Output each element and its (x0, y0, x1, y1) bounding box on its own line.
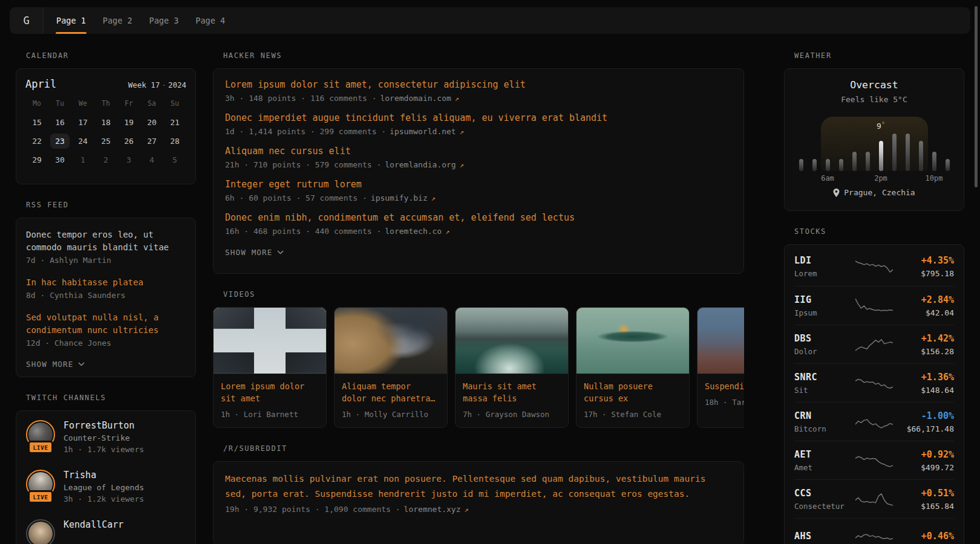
rss-item-title[interactable]: Donec tempor eros leo, ut commodo mauris… (26, 228, 186, 254)
middle-column: HACKER NEWS Lorem ipsum dolor sit amet, … (213, 45, 744, 544)
hackernews-item-domain[interactable]: ipsumify.biz (371, 193, 428, 202)
video-title[interactable]: Aliquam tempor dolor nec pharetra… (342, 380, 440, 404)
rss-item-title[interactable]: Sed volutpat nulla nisl, a condimentum n… (26, 311, 186, 337)
channel-name[interactable]: KendallCarr (64, 519, 123, 530)
hackernews-item-domain[interactable]: loremtech.co (385, 227, 442, 236)
stock-row[interactable]: CRN Bitcorn -1.00% $66,171.48 (794, 402, 954, 441)
external-link-icon: ↗ (455, 94, 459, 103)
live-badge: LIVE (28, 490, 53, 504)
channel-name[interactable]: Trisha (64, 470, 144, 481)
stock-ticker: IIG (794, 294, 855, 305)
tab-page-2[interactable]: Page 2 (94, 7, 141, 34)
reddit-post-domain[interactable]: loremnet.xyz (404, 505, 461, 514)
hackernews-show-more-button[interactable]: SHOW MORE (225, 248, 732, 257)
video-list: Lorem ipsum dolor sit amet consectetu… 1… (213, 307, 744, 428)
twitch-avatar[interactable]: LIVE (26, 420, 55, 449)
weather-feels-like: Feels like 5°C (785, 95, 964, 104)
calendar-day-number: 3 (122, 152, 136, 167)
stock-price: $42.04 (893, 308, 954, 317)
reddit-section: /R/SUBREDDIT Maecenas mollis pulvinar er… (213, 444, 744, 544)
stock-row[interactable]: DBS Dolor +1.42% $156.28 (794, 325, 954, 363)
video-thumbnail[interactable] (697, 308, 744, 374)
hackernews-item-title[interactable]: Donec enim nibh, condimentum et accumsan… (225, 212, 732, 224)
twitch-channel[interactable]: LIVE Trisha League of Legends 3h · 1.2k … (26, 470, 186, 504)
calendar-day: 27 (140, 132, 163, 151)
video-card[interactable]: Mauris sit amet massa felis 7h · Grayson… (455, 307, 569, 428)
tab-label: Page 4 (195, 16, 225, 25)
stock-row[interactable]: IIG Ipsum +2.84% $42.04 (794, 286, 954, 325)
hackernews-item-meta: 6h · 60 points · 57 comments · ipsumify.… (225, 193, 732, 202)
video-title[interactable]: Suspendisse diam (705, 380, 744, 392)
channel-name[interactable]: ForrestBurton (64, 420, 144, 431)
hackernews-item-domain[interactable]: loremdomain.com (380, 94, 451, 103)
scrollbar-thumb[interactable] (975, 6, 978, 187)
external-link-icon: ↗ (460, 161, 464, 169)
video-meta: 17h · Stefan Cole (584, 410, 682, 419)
weather-bar (826, 159, 830, 171)
rss-item: Donec tempor eros leo, ut commodo mauris… (26, 228, 186, 265)
hackernews-item-meta: 16h · 468 points · 440 comments · loremt… (225, 227, 732, 236)
video-title[interactable]: Nullam posuere cursus ex (584, 380, 682, 404)
tab-page-3[interactable]: Page 3 (141, 7, 188, 34)
rss-item-title[interactable]: In hac habitasse platea (26, 276, 186, 289)
twitch-avatar[interactable]: LIVE (26, 470, 55, 499)
video-meta: 18h · Tara (705, 398, 744, 407)
hackernews-item-stats: 16h · 468 points · 440 comments · (225, 227, 381, 236)
hackernews-item: Aliquam nec cursus elit 21h · 710 points… (225, 145, 732, 169)
video-thumbnail[interactable] (456, 308, 568, 374)
stock-row[interactable]: LDI Lorem +4.35% $795.18 (794, 247, 954, 286)
stock-row[interactable]: AHS +0.46% (794, 518, 954, 544)
twitch-channel[interactable]: LIVE ForrestBurton Counter-Strike 1h · 1… (26, 420, 186, 454)
hackernews-item-domain[interactable]: loremlandia.org (385, 160, 456, 169)
calendar-day-number: 25 (96, 134, 116, 149)
reddit-post-title[interactable]: Maecenas mollis pulvinar erat non posuer… (225, 471, 732, 502)
stock-row[interactable]: SNRC Sit +1.36% $148.64 (794, 363, 954, 402)
hackernews-item-meta: 3h · 148 points · 116 comments · loremdo… (225, 94, 732, 103)
video-card[interactable]: Lorem ipsum dolor sit amet consectetu… 1… (213, 307, 327, 428)
hackernews-item-domain[interactable]: ipsumworld.net (390, 127, 456, 136)
hackernews-item-title[interactable]: Lorem ipsum dolor sit amet, consectetur … (225, 79, 732, 91)
stock-name: Dolor (794, 347, 855, 356)
hackernews-item-title[interactable]: Integer eget rutrum lorem (225, 178, 732, 190)
calendar-day-number: 19 (119, 115, 139, 130)
twitch-channel[interactable]: LIVE KendallCarr (26, 519, 186, 544)
video-card[interactable]: Aliquam tempor dolor nec pharetra… 1h · … (334, 307, 448, 428)
video-title[interactable]: Lorem ipsum dolor sit amet consectetu… (221, 380, 319, 404)
tab-label: Page 2 (103, 16, 132, 25)
hackernews-item-stats: 21h · 710 points · 579 comments · (225, 160, 381, 169)
hackernews-item: Integer eget rutrum lorem 6h · 60 points… (225, 178, 732, 202)
tab-page-1[interactable]: Page 1 (48, 7, 94, 34)
calendar-day-number: 29 (27, 152, 47, 167)
rss-show-more-button[interactable]: SHOW MORE (26, 360, 186, 369)
page-tabs: Page 1 Page 2 Page 3 Page 4 (44, 7, 234, 34)
tab-page-4[interactable]: Page 4 (187, 7, 234, 34)
calendar-weekday-label: Fr (117, 97, 140, 113)
stock-row[interactable]: CCS Consectetur +0.51% $165.84 (794, 479, 954, 518)
video-title[interactable]: Mauris sit amet massa felis (463, 380, 561, 404)
app-logo[interactable]: G (10, 7, 44, 34)
active-tab-underline (56, 32, 87, 34)
video-thumbnail[interactable] (214, 308, 326, 374)
calendar-weekday-label: We (71, 97, 94, 113)
video-meta: 1h · Lori Barnett (221, 410, 319, 419)
live-badge: LIVE (28, 441, 53, 454)
hackernews-item-title[interactable]: Donec imperdiet augue tincidunt felis al… (225, 112, 732, 124)
right-column: WEATHER Overcast Feels like 5°C 9° 6am2p… (784, 45, 964, 544)
calendar-day-number: 2 (99, 152, 113, 167)
hackernews-item-title[interactable]: Aliquam nec cursus elit (225, 145, 732, 157)
hackernews-item: Donec imperdiet augue tincidunt felis al… (225, 112, 732, 136)
video-thumbnail[interactable] (335, 308, 447, 374)
stock-row[interactable]: AET Amet +0.92% $499.72 (794, 441, 954, 479)
calendar-day: 5 (163, 151, 186, 169)
weather-bar-current (879, 141, 883, 171)
video-card[interactable]: Nullam posuere cursus ex 17h · Stefan Co… (576, 307, 690, 428)
video-thumbnail[interactable] (577, 308, 689, 374)
reddit-widget: Maecenas mollis pulvinar erat non posuer… (213, 461, 744, 544)
video-card-body: Mauris sit amet massa felis 7h · Grayson… (456, 374, 568, 427)
time-axis-label: 6am (821, 174, 834, 183)
calendar-weekday-label: Sa (140, 97, 163, 113)
calendar-day-number: 24 (73, 134, 93, 149)
twitch-avatar[interactable]: LIVE (26, 519, 55, 544)
videos-section-title: VIDEOS (223, 290, 744, 299)
video-card[interactable]: Suspendisse diam 18h · Tara (697, 307, 744, 428)
